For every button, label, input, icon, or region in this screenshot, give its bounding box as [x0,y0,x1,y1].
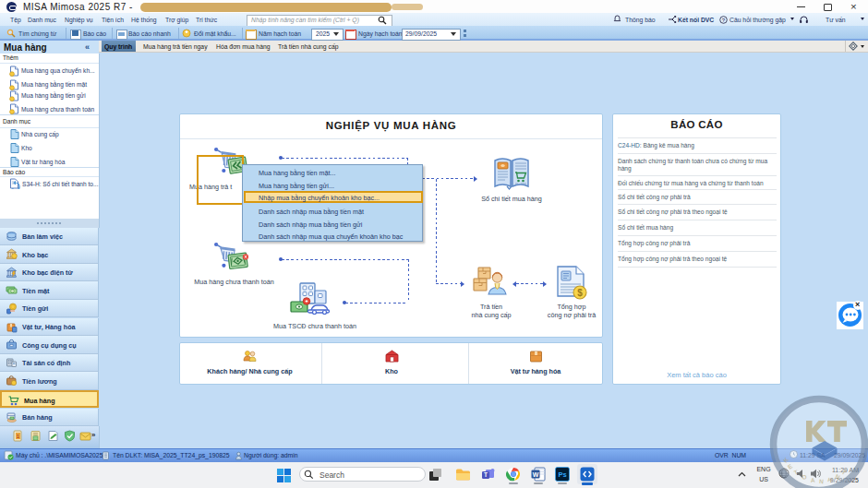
svg-text:?: ? [722,17,726,22]
svg-text:Ps: Ps [558,470,566,479]
svg-text:N: N [819,478,824,484]
svg-text:W: W [533,471,539,478]
svg-text:$: $ [577,288,583,298]
svg-text:T: T [484,471,488,478]
svg-text:A: A [811,477,815,483]
